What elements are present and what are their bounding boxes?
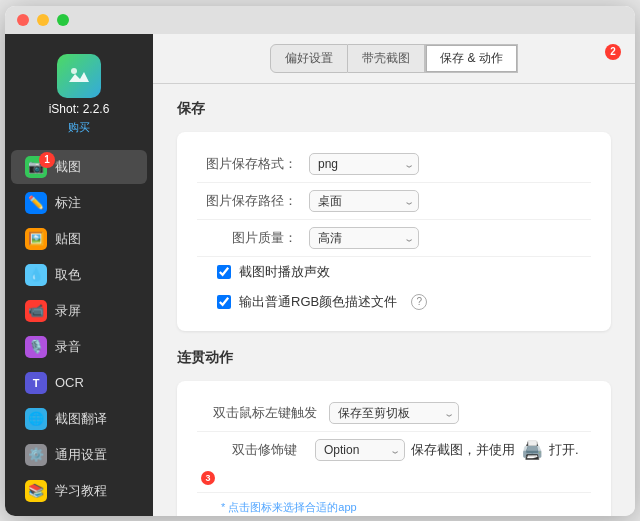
sidebar-item-label-audio: 录音 bbox=[55, 338, 81, 356]
format-label: 图片保存格式： bbox=[197, 155, 297, 173]
sidebar-item-freeapps[interactable]: 🎁 免费Apps bbox=[11, 510, 147, 516]
maximize-button[interactable] bbox=[57, 14, 69, 26]
sidebar: iShot: 2.2.6 购买 📷 截图 1 ✏️ 标注 🖼️ 贴图 💧 取色 bbox=[5, 34, 153, 516]
sidebar-item-ocr[interactable]: T OCR bbox=[11, 366, 147, 400]
path-row: 图片保存路径： 桌面 自定义 bbox=[197, 183, 591, 220]
tab-preferences[interactable]: 偏好设置 bbox=[270, 44, 348, 73]
sidebar-item-recording[interactable]: 📹 录屏 bbox=[11, 294, 147, 328]
modifier-select[interactable]: Option Command Shift bbox=[315, 439, 405, 461]
svg-rect-0 bbox=[65, 62, 93, 90]
save-section-title: 保存 bbox=[177, 100, 611, 118]
action-section-title: 连贯动作 bbox=[177, 349, 611, 367]
dbl-click-select-wrapper[interactable]: 保存至剪切板 保存至文件 bbox=[329, 402, 459, 424]
modifier-row: 双击修饰键 Option Command Shift 保存截图，并使用 🖨️ bbox=[197, 432, 591, 493]
sidebar-item-label-annotation: 标注 bbox=[55, 194, 81, 212]
rgb-label[interactable]: 输出普通RGB颜色描述文件 bbox=[239, 293, 397, 311]
sidebar-item-general[interactable]: ⚙️ 通用设置 bbox=[11, 438, 147, 472]
sidebar-item-label-sticker: 贴图 bbox=[55, 230, 81, 248]
sidebar-item-translate[interactable]: 🌐 截图翻译 bbox=[11, 402, 147, 436]
annotation-icon: ✏️ bbox=[25, 192, 47, 214]
audio-icon: 🎙️ bbox=[25, 336, 47, 358]
tab-badge: 2 bbox=[605, 44, 621, 60]
link-hint-row: * 点击图标来选择合适的app bbox=[197, 493, 591, 516]
general-icon: ⚙️ bbox=[25, 444, 47, 466]
sound-label[interactable]: 截图时播放声效 bbox=[239, 263, 330, 281]
app-name: iShot: 2.2.6 bbox=[49, 102, 110, 116]
ocr-icon: T bbox=[25, 372, 47, 394]
minimize-button[interactable] bbox=[37, 14, 49, 26]
purchase-link[interactable]: 购买 bbox=[68, 120, 90, 135]
tab-save-action[interactable]: 保存 & 动作 bbox=[425, 44, 518, 73]
format-select-wrapper[interactable]: png jpg gif bbox=[309, 153, 419, 175]
format-select[interactable]: png jpg gif bbox=[309, 153, 419, 175]
sound-checkbox-row: 截图时播放声效 bbox=[197, 257, 591, 287]
sidebar-item-colorpicker[interactable]: 💧 取色 bbox=[11, 258, 147, 292]
dbl-click-select[interactable]: 保存至剪切板 保存至文件 bbox=[329, 402, 459, 424]
app-window: iShot: 2.2.6 购买 📷 截图 1 ✏️ 标注 🖼️ 贴图 💧 取色 bbox=[5, 6, 635, 516]
sidebar-item-annotation[interactable]: ✏️ 标注 bbox=[11, 186, 147, 220]
action-section: 连贯动作 双击鼠标左键触发 保存至剪切板 保存至文件 bbox=[177, 349, 611, 516]
rgb-checkbox-row: 输出普通RGB颜色描述文件 ? bbox=[197, 287, 591, 317]
path-label: 图片保存路径： bbox=[197, 192, 297, 210]
tab-bar: 偏好设置 带壳截图 保存 & 动作 2 bbox=[153, 34, 635, 84]
path-select[interactable]: 桌面 自定义 bbox=[309, 190, 419, 212]
dbl-click-row: 双击鼠标左键触发 保存至剪切板 保存至文件 bbox=[197, 395, 591, 432]
dbl-click-label: 双击鼠标左键触发 bbox=[197, 404, 317, 422]
quality-select[interactable]: 高清 普通 bbox=[309, 227, 419, 249]
rgb-checkbox[interactable] bbox=[217, 295, 231, 309]
screenshot-badge: 1 bbox=[39, 152, 55, 168]
save-form: 图片保存格式： png jpg gif 图片保存路径： bbox=[177, 132, 611, 331]
modifier-select-wrapper[interactable]: Option Command Shift bbox=[315, 439, 405, 461]
quality-select-wrapper[interactable]: 高清 普通 bbox=[309, 227, 419, 249]
svg-point-1 bbox=[71, 68, 77, 74]
format-row: 图片保存格式： png jpg gif bbox=[197, 146, 591, 183]
sidebar-item-label-colorpicker: 取色 bbox=[55, 266, 81, 284]
tutorial-icon: 📚 bbox=[25, 480, 47, 502]
action-badge: 3 bbox=[201, 471, 215, 485]
sidebar-item-audio[interactable]: 🎙️ 录音 bbox=[11, 330, 147, 364]
titlebar bbox=[5, 6, 635, 34]
link-hint[interactable]: * 点击图标来选择合适的app bbox=[221, 501, 357, 513]
modifier-desc: 保存截图，并使用 bbox=[411, 441, 515, 459]
sidebar-item-tutorial[interactable]: 📚 学习教程 bbox=[11, 474, 147, 508]
help-icon[interactable]: ? bbox=[411, 294, 427, 310]
open-label: 打开. bbox=[549, 441, 579, 459]
sidebar-item-label-tutorial: 学习教程 bbox=[55, 482, 107, 500]
sidebar-item-label-ocr: OCR bbox=[55, 375, 84, 390]
tab-screenshot[interactable]: 带壳截图 bbox=[348, 44, 425, 73]
printer-icon: 🖨️ bbox=[521, 439, 543, 461]
main-panel: 偏好设置 带壳截图 保存 & 动作 2 保存 图片保存格式： bbox=[153, 34, 635, 516]
colorpicker-icon: 💧 bbox=[25, 264, 47, 286]
action-form: 双击鼠标左键触发 保存至剪切板 保存至文件 双击修饰键 bbox=[177, 381, 611, 516]
sidebar-item-label-general: 通用设置 bbox=[55, 446, 107, 464]
app-icon bbox=[57, 54, 101, 98]
sidebar-item-screenshot[interactable]: 📷 截图 1 bbox=[11, 150, 147, 184]
sticker-icon: 🖼️ bbox=[25, 228, 47, 250]
sidebar-item-label-translate: 截图翻译 bbox=[55, 410, 107, 428]
recording-icon: 📹 bbox=[25, 300, 47, 322]
modifier-label: 双击修饰键 bbox=[197, 441, 297, 459]
quality-row: 图片质量： 高清 普通 bbox=[197, 220, 591, 257]
translate-icon: 🌐 bbox=[25, 408, 47, 430]
app-header: iShot: 2.2.6 购买 bbox=[5, 44, 153, 149]
sidebar-item-sticker[interactable]: 🖼️ 贴图 bbox=[11, 222, 147, 256]
sound-checkbox[interactable] bbox=[217, 265, 231, 279]
sidebar-item-label-screenshot: 截图 bbox=[55, 158, 81, 176]
close-button[interactable] bbox=[17, 14, 29, 26]
path-select-wrapper[interactable]: 桌面 自定义 bbox=[309, 190, 419, 212]
sidebar-item-label-recording: 录屏 bbox=[55, 302, 81, 320]
main-content-area: iShot: 2.2.6 购买 📷 截图 1 ✏️ 标注 🖼️ 贴图 💧 取色 bbox=[5, 34, 635, 516]
settings-content: 保存 图片保存格式： png jpg gif bbox=[153, 84, 635, 516]
quality-label: 图片质量： bbox=[197, 229, 297, 247]
